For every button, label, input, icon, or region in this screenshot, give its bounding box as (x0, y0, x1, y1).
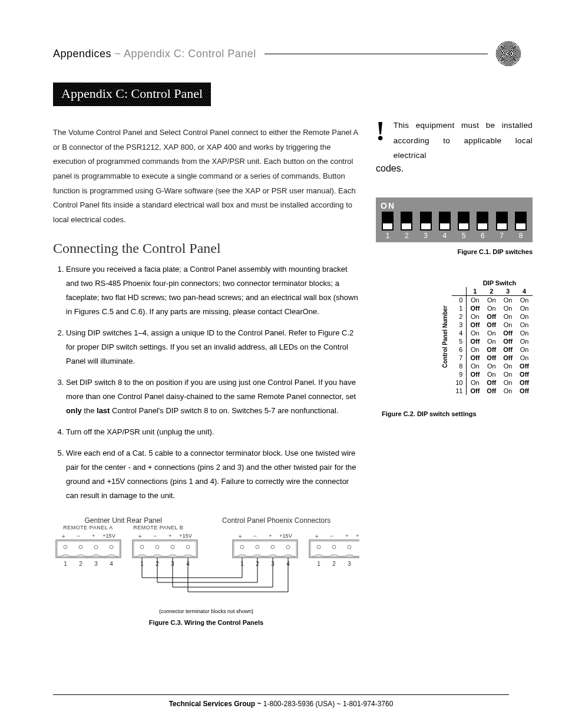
svg-text:+15V: +15V (103, 533, 115, 539)
step-item: Wire each end of a Cat. 5 cable to a con… (66, 446, 359, 503)
fig-c2-caption: Figure C.2. DIP switch settings (382, 410, 533, 417)
svg-text:–: – (153, 533, 156, 539)
svg-point-37 (286, 545, 290, 549)
wiring-svg: ⏚–++15V1234⏚–++15V1234⏚–++15V1234⏚–++15V… (53, 531, 359, 607)
svg-point-22 (171, 545, 174, 549)
svg-text:1: 1 (64, 561, 67, 567)
svg-rect-19 (134, 541, 196, 556)
breadcrumb-sep: ~ (111, 48, 124, 60)
intro-paragraph: The Volume Control Panel and Select Cont… (53, 126, 359, 228)
svg-text:⏚: ⏚ (315, 533, 319, 539)
warning-text-top: This equipment must be installed accordi… (394, 118, 533, 163)
wiring-sub-a: REMOTE PANEL A (53, 525, 123, 531)
wiring-diagram: Gentner Unit Rear Panel Control Panel Ph… (53, 516, 359, 626)
svg-text:⏚: ⏚ (138, 533, 142, 539)
breadcrumb: Appendices ~ Appendix C: Control Panel (53, 48, 256, 60)
svg-text:+: + (168, 533, 171, 539)
svg-point-20 (140, 545, 144, 549)
subsection-heading: Connecting the Control Panel (53, 241, 359, 256)
svg-point-35 (256, 545, 259, 549)
step-item: Turn off the XAP/PSR unit (unplug the un… (66, 425, 359, 439)
header-divider (265, 54, 488, 54)
dip-switch-3: 3 (419, 212, 433, 240)
dip-switch-7: 7 (495, 212, 509, 240)
svg-point-9 (110, 545, 113, 549)
dip-switch-6: 6 (475, 212, 490, 240)
steps-list: Ensure you received a facia plate; a Con… (53, 262, 359, 503)
dip-switch-1: 1 (381, 212, 395, 240)
svg-point-50 (348, 545, 351, 549)
svg-point-48 (317, 545, 320, 549)
svg-text:–: – (253, 533, 256, 539)
breadcrumb-section: Appendices (53, 48, 111, 60)
svg-rect-5 (57, 541, 120, 556)
dip-on-label: ON (381, 201, 528, 210)
dip-switch-4: 4 (438, 212, 452, 240)
svg-point-21 (156, 545, 159, 549)
svg-point-36 (271, 545, 275, 549)
section-heading: Appendix C: Control Panel (53, 83, 211, 106)
svg-point-49 (332, 545, 336, 549)
breadcrumb-page: Appendix C: Control Panel (124, 48, 256, 60)
svg-text:+: + (345, 533, 348, 539)
dip-switch-5: 5 (457, 212, 471, 240)
dip-switch-2: 2 (399, 212, 414, 240)
dip-switch-table: Control Panel NumberDIP Switch12340OnOnO… (376, 279, 533, 395)
warning-icon: ! (376, 118, 385, 163)
svg-text:+15V: +15V (179, 533, 191, 539)
footer-rest: 1-800-283-5936 (USA) ~ 1-801-974-3760 (262, 700, 394, 708)
svg-point-7 (79, 545, 82, 549)
page-header: Appendices ~ Appendix C: Control Panel 9… (53, 41, 521, 66)
dip-switch-8: 8 (514, 212, 528, 240)
svg-rect-33 (234, 541, 296, 556)
svg-point-34 (240, 545, 244, 549)
svg-text:1: 1 (317, 561, 320, 567)
footer-strong: Technical Services Group ~ (169, 700, 262, 708)
page-footer: Technical Services Group ~ 1-800-283-593… (53, 694, 509, 708)
svg-text:+15V: +15V (279, 533, 292, 539)
svg-text:3: 3 (94, 561, 98, 567)
page-number: 91 (502, 46, 515, 61)
warning-callout: ! This equipment must be installed accor… (376, 118, 533, 163)
step-item: Using DIP switches 1–4, assign a unique … (66, 326, 359, 368)
page-number-badge: 91 (496, 41, 521, 66)
warning-text-bottom: codes. (376, 163, 533, 174)
svg-point-23 (186, 545, 190, 549)
wiring-title-left: Gentner Unit Rear Panel (53, 516, 193, 525)
svg-text:2: 2 (79, 561, 82, 567)
svg-text:–: – (77, 533, 80, 539)
step-item: Ensure you received a facia plate; a Con… (66, 262, 359, 319)
svg-text:3: 3 (348, 561, 351, 567)
wiring-note: (connector terminator blocks not shown) (53, 608, 359, 614)
dip-switch-graphic: ON 12345678 (376, 197, 533, 242)
svg-text:2: 2 (332, 561, 336, 567)
svg-text:+15V: +15V (356, 533, 359, 539)
svg-text:⏚: ⏚ (62, 533, 65, 539)
svg-point-6 (64, 545, 67, 549)
svg-text:⏚: ⏚ (239, 533, 242, 539)
fig-c1-caption: Figure C.1. DIP switches (376, 248, 533, 255)
fig-c3-caption: Figure C.3. Wiring the Control Panels (53, 619, 359, 626)
svg-text:+: + (269, 533, 272, 539)
wiring-title-right: Control Panel Phoenix Connectors (193, 516, 359, 525)
step-item: Set DIP switch 8 to the on position if y… (66, 375, 359, 418)
wiring-sub-b: REMOTE PANEL B (123, 525, 193, 531)
svg-point-8 (94, 545, 98, 549)
svg-text:+: + (92, 533, 95, 539)
svg-text:4: 4 (110, 561, 113, 567)
svg-text:–: – (330, 533, 333, 539)
